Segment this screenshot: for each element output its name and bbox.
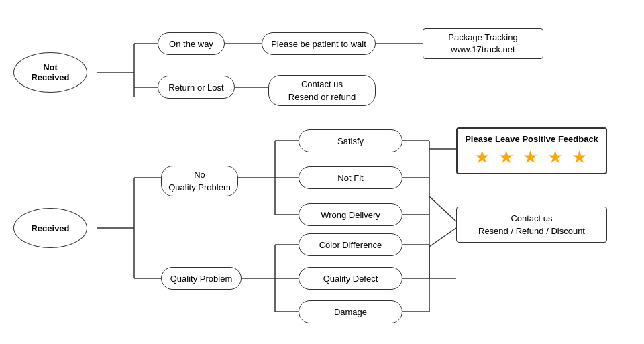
package-tracking-label: Package Tracking www.17track.net [448,32,517,56]
wrong-delivery-node: Wrong Delivery [299,203,402,226]
quality-defect-label: Quality Defect [323,274,378,284]
color-difference-label: Color Difference [319,240,382,250]
damage-label: Damage [334,307,367,317]
feedback-box: Please Leave Positive Feedback ★ ★ ★ ★ ★ [456,127,607,174]
svg-line-33 [429,228,456,247]
return-or-lost-node: Return or Lost [158,76,235,99]
diagram: Not Received On the way Return or Lost P… [0,0,644,344]
received-node: Received [13,208,87,248]
contact-us-resend-node: Contact us Resend or refund [268,75,376,106]
not-received-node: Not Received [13,52,87,93]
quality-problem-label: Quality Problem [170,274,232,284]
contact-us-resend-label: Contact us Resend or refund [288,78,356,104]
svg-line-21 [429,196,456,221]
on-the-way-node: On the way [158,32,225,55]
contact-us-refund-label: Contact us Resend / Refund / Discount [478,212,585,238]
not-fit-label: Not Fit [337,173,363,183]
return-or-lost-label: Return or Lost [168,82,223,93]
satisfy-label: Satisfy [337,136,364,146]
contact-us-refund-node: Contact us Resend / Refund / Discount [456,207,607,243]
on-the-way-label: On the way [169,39,213,49]
quality-defect-node: Quality Defect [299,267,402,290]
please-be-patient-node: Please be patient to wait [262,32,376,55]
received-label: Received [31,223,69,233]
not-fit-node: Not Fit [299,166,402,189]
wrong-delivery-label: Wrong Delivery [321,210,380,220]
not-received-label: Not Received [31,62,69,82]
please-be-patient-label: Please be patient to wait [271,39,366,49]
no-quality-problem-label: No Quality Problem [168,168,230,194]
quality-problem-node: Quality Problem [161,267,241,290]
package-tracking-node: Package Tracking www.17track.net [423,28,543,59]
damage-node: Damage [299,300,402,323]
feedback-label: Please Leave Positive Feedback [464,134,599,144]
no-quality-problem-node: No Quality Problem [161,166,238,196]
color-difference-node: Color Difference [299,233,402,256]
stars-row: ★ ★ ★ ★ ★ [464,147,599,168]
satisfy-node: Satisfy [299,129,402,152]
